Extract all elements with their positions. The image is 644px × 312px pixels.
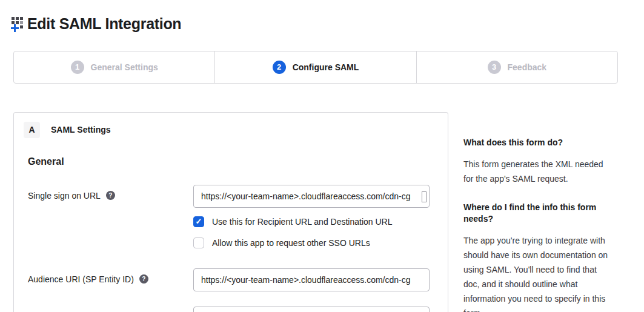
audience-uri-input[interactable] [193,268,430,291]
step-label: Feedback [508,62,547,72]
wizard-step-feedback[interactable]: 3 Feedback [416,51,617,83]
section-header: A SAML Settings [24,122,433,138]
help-icon[interactable]: ? [139,274,148,284]
sso-url-input-wrap [193,185,430,208]
section-title: SAML Settings [51,125,111,134]
relay-state-input[interactable] [193,307,430,312]
step-number-badge: 3 [488,61,501,74]
field-row-sso-url: Single sign on URL ? ✓ Use this for Reci… [28,185,433,248]
sidebar-heading-what: What does this form do? [463,137,613,148]
sso-url-label: Single sign on URL [28,191,101,201]
sidebar-body-where: The app you're trying to integrate with … [463,233,613,312]
page-header: Edit SAML Integration [0,0,644,43]
step-label: General Settings [91,62,158,72]
recipient-url-checkbox-label: Use this for Recipient URL and Destinati… [212,217,393,227]
help-sidebar: What does this form do? This form genera… [463,112,613,312]
sidebar-heading-where: Where do I find the info this form needs… [463,202,613,225]
other-sso-urls-checkbox[interactable]: ✓ [193,237,204,248]
panel-body: General Single sign on URL ? ✓ [28,156,433,312]
check-icon: ✓ [196,217,202,225]
step-label: Configure SAML [293,62,359,72]
recipient-url-checkbox-row: ✓ Use this for Recipient URL and Destina… [193,216,430,227]
relay-state-label-group: Default RelayState ? [28,307,193,312]
step-number-badge: 2 [273,61,286,74]
other-sso-urls-checkbox-label: Allow this app to request other SSO URLs [212,238,370,248]
sidebar-body-what: This form generates the XML needed for t… [463,157,613,186]
page-title: Edit SAML Integration [27,15,181,33]
general-group-title: General [28,156,433,167]
content-area: A SAML Settings General Single sign on U… [13,112,644,312]
audience-uri-label: Audience URI (SP Entity ID) [28,274,134,284]
app-grid-add-icon [10,15,27,33]
field-row-audience-uri: Audience URI (SP Entity ID) ? [28,268,433,291]
audience-uri-input-wrap [193,268,430,291]
wizard-step-general-settings[interactable]: 1 General Settings [14,51,214,83]
step-wizard: 1 General Settings 2 Configure SAML 3 Fe… [13,51,618,84]
relay-state-input-wrap [193,307,430,312]
help-icon[interactable]: ? [106,191,115,200]
audience-uri-label-group: Audience URI (SP Entity ID) ? [28,268,193,284]
section-a-badge: A [24,122,40,138]
sso-url-label-group: Single sign on URL ? [28,185,193,201]
sso-url-input[interactable] [193,185,430,208]
relay-state-control: If no value is set, a blank RelayState i… [193,307,430,312]
other-sso-urls-checkbox-row: ✓ Allow this app to request other SSO UR… [193,237,430,248]
saml-settings-panel: A SAML Settings General Single sign on U… [13,112,448,312]
wizard-step-configure-saml[interactable]: 2 Configure SAML [214,51,416,83]
field-row-relay-state: Default RelayState ? If no value is set,… [28,307,433,312]
step-number-badge: 1 [71,61,84,74]
sso-url-control: ✓ Use this for Recipient URL and Destina… [193,185,430,248]
audience-uri-control [193,268,430,291]
recipient-url-checkbox[interactable]: ✓ [193,216,204,227]
